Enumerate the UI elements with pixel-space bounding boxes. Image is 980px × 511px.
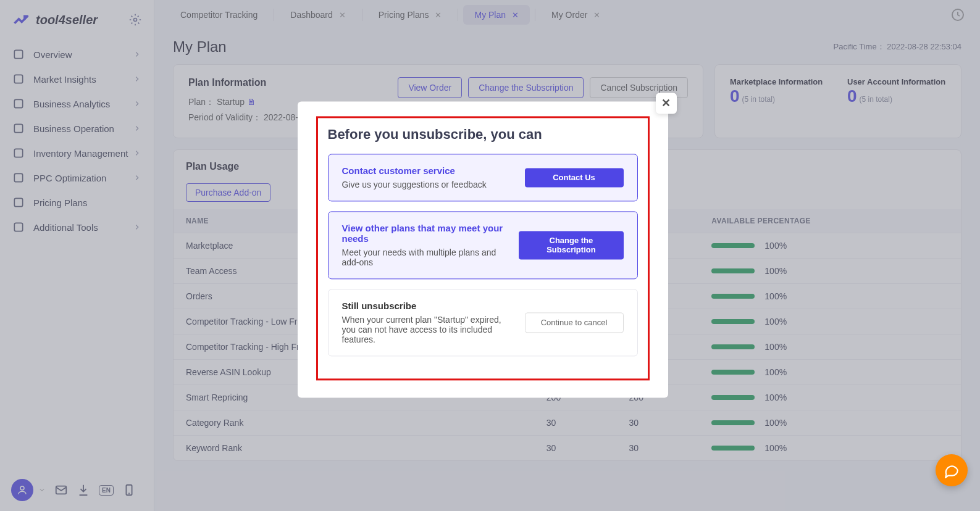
modal-option-button-2[interactable]: Continue to cancel — [525, 312, 624, 333]
modal-close-button[interactable]: ✕ — [656, 93, 677, 114]
unsubscribe-modal: ✕ Before you unsubscribe, you can Contac… — [298, 101, 668, 397]
modal-option-button-1[interactable]: Change the Subscription — [519, 231, 623, 259]
modal-title: Before you unsubscribe, you can — [328, 127, 638, 143]
modal-option-button-0[interactable]: Contact Us — [525, 168, 624, 187]
chat-icon — [944, 462, 960, 478]
modal-option-1: View other plans that may meet your need… — [328, 211, 638, 279]
chat-fab[interactable] — [936, 454, 968, 486]
modal-option-0: Contact customer serviceGive us your sug… — [328, 154, 638, 201]
modal-option-2: Still unsubscribeWhen your current plan … — [328, 289, 638, 356]
